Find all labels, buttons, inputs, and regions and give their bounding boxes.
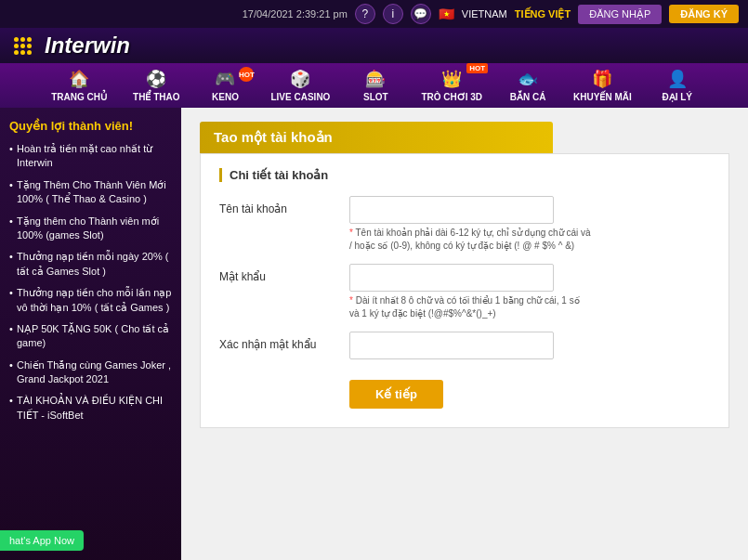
- password-input[interactable]: [349, 264, 554, 292]
- logo-text: Interwin: [45, 33, 130, 59]
- form-title-bar: Tao một tài khoản: [200, 122, 553, 153]
- nav-label-slot: SLOT: [363, 92, 388, 102]
- nav-label-home: TRANG CHỦ: [51, 92, 107, 102]
- nav-item-promotions[interactable]: 🎁 KHUYẾN MÃI: [560, 63, 645, 108]
- logo[interactable]: Interwin: [14, 28, 130, 63]
- register-button[interactable]: ĐĂNG KÝ: [669, 5, 739, 23]
- nav-item-home[interactable]: 🏠 TRANG CHỦ: [38, 63, 120, 108]
- password-label: Mật khẩu: [219, 264, 340, 283]
- main-content: Quyền lợi thành viên! Hoàn trả tiền mặt …: [0, 108, 748, 560]
- nav-item-slot[interactable]: 🎰 SLOT: [343, 63, 408, 108]
- sidebar-item-7: TÀI KHOẢN VÀ ĐIỀU KIỆN CHI TIẾT - iSoftB…: [9, 394, 172, 423]
- password-row: Mật khẩu * Dài ít nhất 8 ô chữ và có tối…: [219, 264, 710, 320]
- login-button[interactable]: ĐĂNG NHẬP: [578, 5, 662, 24]
- keno-hot-badge: HOT: [239, 67, 254, 82]
- username-row: Tên tài khoản * Tên tài khoản phải dài 6…: [219, 196, 710, 253]
- next-button-row: Kế tiếp: [219, 371, 710, 409]
- nav-item-keno[interactable]: 🎮 KENO HOT: [192, 63, 257, 108]
- language-label: TIẾNG VIỆT: [515, 8, 571, 20]
- live-casino-icon: 🎲: [290, 69, 310, 89]
- confirm-password-input-col: [349, 332, 710, 359]
- top-bar: 17/04/2021 2:39:21 pm ? i 💬 🇻🇳 VIETNAM T…: [0, 0, 748, 28]
- nav-label-keno: KENO: [212, 92, 239, 102]
- logo-dots: [14, 37, 32, 55]
- confirm-password-input[interactable]: [349, 332, 554, 359]
- nav-label-live-casino: LIVE CASINO: [270, 92, 330, 102]
- password-hint: * Dài ít nhất 8 ô chữ và có tối thiểu 1 …: [349, 294, 591, 320]
- nav-label-promotions: KHUYẾN MÃI: [573, 92, 632, 102]
- sidebar-item-1: Tặng Thêm Cho Thành Viên Mới 100% ( Thể …: [9, 178, 172, 207]
- datetime-display: 17/04/2021 2:39:21 pm: [243, 8, 348, 20]
- username-label: Tên tài khoản: [219, 196, 340, 215]
- 3d-hot-badge: HOT: [466, 63, 488, 73]
- whatsapp-bubble[interactable]: hat's App Now: [0, 530, 84, 551]
- nav-label-sports: THỂ THAO: [133, 92, 179, 102]
- nav-label-3d: TRÒ CHƠI 3D: [421, 92, 482, 102]
- form-box: Chi tiết tài khoản Tên tài khoản * Tên t…: [200, 153, 729, 428]
- username-hint-text: Tên tài khoản phải dài 6-12 ký tự, chỉ s…: [349, 228, 591, 251]
- info-icon[interactable]: i: [383, 4, 403, 24]
- nav-label-fish: BẮN CÁ: [510, 92, 546, 102]
- nav-bar: 🏠 TRANG CHỦ ⚽ THỂ THAO 🎮 KENO HOT 🎲 LIVE…: [0, 63, 748, 108]
- keno-icon: 🎮: [215, 69, 235, 89]
- home-icon: 🏠: [69, 69, 89, 89]
- flag-icon: 🇻🇳: [439, 7, 454, 21]
- nav-item-fish[interactable]: 🐟 BẮN CÁ: [495, 63, 560, 108]
- nav-item-live-casino[interactable]: 🎲 LIVE CASINO: [257, 63, 343, 108]
- sidebar: Quyền lợi thành viên! Hoàn trả tiền mặt …: [0, 108, 181, 560]
- username-star: *: [349, 228, 353, 238]
- username-input[interactable]: [349, 196, 554, 224]
- username-hint: * Tên tài khoản phải dài 6-12 ký tự, chỉ…: [349, 227, 591, 253]
- country-label: VIETNAM: [462, 8, 507, 20]
- password-star: *: [349, 295, 353, 306]
- nav-item-sports[interactable]: ⚽ THỂ THAO: [120, 63, 192, 108]
- 3d-icon: 👑: [441, 69, 462, 89]
- sidebar-item-2: Tặng thêm cho Thành viên mới 100% (games…: [9, 215, 172, 243]
- confirm-password-row: Xác nhận mật khẩu: [219, 332, 710, 359]
- sidebar-item-6: Chiến Thắng cùng Games Joker , Grand Jac…: [9, 358, 172, 387]
- agent-icon: 👤: [667, 69, 688, 89]
- form-area: Tao một tài khoản Chi tiết tài khoản Tên…: [181, 108, 748, 560]
- nav-item-agent[interactable]: 👤 ĐẠI LÝ: [645, 63, 710, 108]
- password-hint-text: Dài ít nhất 8 ô chữ và có tối thiểu 1 bằ…: [349, 295, 580, 319]
- sidebar-item-3: Thưởng nạp tiền mỗi ngày 20% ( tất cả Ga…: [9, 250, 172, 279]
- sidebar-item-0: Hoàn trả tiền mặt cao nhất từ Interwin: [9, 142, 172, 171]
- fish-icon: 🐟: [518, 69, 538, 89]
- promotions-icon: 🎁: [592, 69, 612, 89]
- help-icon[interactable]: ?: [355, 4, 375, 24]
- sidebar-item-4: Thưởng nạp tiền cho mỗi lần nạp vô thời …: [9, 286, 172, 315]
- password-input-col: * Dài ít nhất 8 ô chữ và có tối thiểu 1 …: [349, 264, 710, 320]
- username-input-col: * Tên tài khoản phải dài 6-12 ký tự, chỉ…: [349, 196, 710, 253]
- sidebar-title: Quyền lợi thành viên!: [9, 119, 172, 133]
- form-section-title: Chi tiết tài khoản: [219, 168, 710, 182]
- confirm-password-label: Xác nhận mật khẩu: [219, 332, 340, 351]
- nav-item-3d[interactable]: 👑 TRÒ CHƠI 3D HOT: [408, 63, 495, 108]
- logo-bar: Interwin: [0, 28, 748, 63]
- next-button[interactable]: Kế tiếp: [349, 380, 443, 409]
- chat-icon[interactable]: 💬: [411, 4, 431, 24]
- whatsapp-label: hat's App Now: [9, 535, 74, 546]
- slot-icon: 🎰: [365, 69, 386, 89]
- sidebar-item-5: NẠP 50K TẶNG 50K ( Cho tất cả game): [9, 322, 172, 351]
- nav-label-agent: ĐẠI LÝ: [662, 92, 692, 102]
- sports-icon: ⚽: [146, 69, 166, 89]
